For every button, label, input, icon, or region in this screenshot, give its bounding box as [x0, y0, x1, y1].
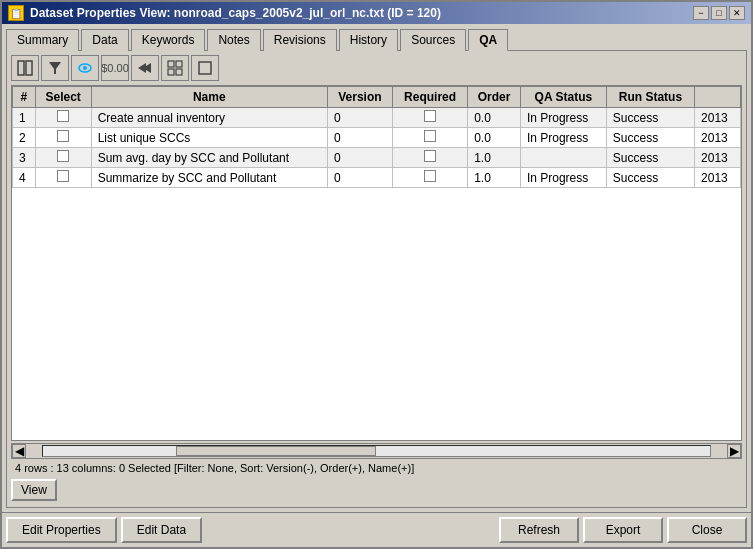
cell-qa-status: In Progress — [520, 128, 606, 148]
cell-num: 1 — [13, 108, 36, 128]
svg-rect-11 — [199, 62, 211, 74]
tab-content-qa: $0.00 — [6, 50, 747, 508]
cell-year: 2013 — [695, 148, 741, 168]
cell-run-status: Success — [606, 128, 694, 148]
svg-rect-9 — [168, 69, 174, 75]
col-header-version[interactable]: Version — [327, 87, 392, 108]
cell-required[interactable] — [393, 168, 468, 188]
cell-qa-status: In Progress — [520, 168, 606, 188]
tab-bar: Summary Data Keywords Notes Revisions Hi… — [6, 28, 747, 50]
select-all-icon[interactable] — [191, 55, 219, 81]
cell-required[interactable] — [393, 148, 468, 168]
status-bar: 4 rows : 13 columns: 0 Selected [Filter:… — [11, 459, 742, 477]
table-row: 1 Create annual inventory 0 0.0 In Progr… — [13, 108, 741, 128]
col-header-name[interactable]: Name — [91, 87, 327, 108]
cell-required[interactable] — [393, 128, 468, 148]
dollar-icon[interactable]: $0.00 — [101, 55, 129, 81]
table-row: 3 Sum avg. day by SCC and Pollutant 0 1.… — [13, 148, 741, 168]
window-title: Dataset Properties View: nonroad_caps_20… — [30, 6, 441, 20]
cell-year: 2013 — [695, 168, 741, 188]
table-row: 2 List unique SCCs 0 0.0 In Progress Suc… — [13, 128, 741, 148]
cell-order: 1.0 — [468, 148, 521, 168]
cell-select[interactable] — [35, 108, 91, 128]
title-bar: 📋 Dataset Properties View: nonroad_caps_… — [2, 2, 751, 24]
bottom-bar: Edit Properties Edit Data Refresh Export… — [2, 512, 751, 547]
tab-history[interactable]: History — [339, 29, 398, 51]
table-row: 4 Summarize by SCC and Pollutant 0 1.0 I… — [13, 168, 741, 188]
cell-name: Sum avg. day by SCC and Pollutant — [91, 148, 327, 168]
filter-icon[interactable] — [41, 55, 69, 81]
tab-qa[interactable]: QA — [468, 29, 508, 51]
svg-rect-8 — [176, 61, 182, 67]
scroll-track — [42, 445, 711, 457]
edit-data-button[interactable]: Edit Data — [121, 517, 202, 543]
close-button[interactable]: ✕ — [729, 6, 745, 20]
view-btn-row: View — [11, 477, 742, 503]
col-header-order[interactable]: Order — [468, 87, 521, 108]
close-button[interactable]: Close — [667, 517, 747, 543]
horizontal-scrollbar[interactable]: ◀ ▶ — [11, 443, 742, 459]
col-header-required[interactable]: Required — [393, 87, 468, 108]
cell-version: 0 — [327, 168, 392, 188]
col-header-num[interactable]: # — [13, 87, 36, 108]
edit-properties-button[interactable]: Edit Properties — [6, 517, 117, 543]
cell-run-status: Success — [606, 168, 694, 188]
minimize-button[interactable]: − — [693, 6, 709, 20]
cell-run-status: Success — [606, 148, 694, 168]
svg-rect-0 — [18, 61, 24, 75]
cell-num: 2 — [13, 128, 36, 148]
cell-name: Summarize by SCC and Pollutant — [91, 168, 327, 188]
scroll-left-button[interactable]: ◀ — [12, 444, 26, 458]
cell-qa-status: In Progress — [520, 108, 606, 128]
refresh-button[interactable]: Refresh — [499, 517, 579, 543]
svg-marker-2 — [49, 62, 61, 74]
svg-rect-7 — [168, 61, 174, 67]
cell-select[interactable] — [35, 168, 91, 188]
tab-summary[interactable]: Summary — [6, 29, 79, 51]
tab-sources[interactable]: Sources — [400, 29, 466, 51]
cell-num: 3 — [13, 148, 36, 168]
tab-revisions[interactable]: Revisions — [263, 29, 337, 51]
qa-table: # Select Name Version Required Order QA … — [11, 85, 742, 441]
grid-icon[interactable] — [161, 55, 189, 81]
cell-version: 0 — [327, 148, 392, 168]
eye-icon[interactable] — [71, 55, 99, 81]
svg-marker-6 — [138, 63, 146, 73]
svg-point-4 — [83, 66, 87, 70]
cell-qa-status — [520, 148, 606, 168]
svg-rect-1 — [26, 61, 32, 75]
cell-num: 4 — [13, 168, 36, 188]
cell-select[interactable] — [35, 128, 91, 148]
toolbar: $0.00 — [11, 55, 742, 81]
export-button[interactable]: Export — [583, 517, 663, 543]
cell-select[interactable] — [35, 148, 91, 168]
scroll-thumb[interactable] — [176, 446, 376, 456]
cell-name: Create annual inventory — [91, 108, 327, 128]
cell-run-status: Success — [606, 108, 694, 128]
col-header-select[interactable]: Select — [35, 87, 91, 108]
scroll-right-button[interactable]: ▶ — [727, 444, 741, 458]
cell-order: 0.0 — [468, 108, 521, 128]
app-icon: 📋 — [8, 5, 24, 21]
view-button[interactable]: View — [11, 479, 57, 501]
col-header-qa-status[interactable]: QA Status — [520, 87, 606, 108]
cell-order: 0.0 — [468, 128, 521, 148]
cell-required[interactable] — [393, 108, 468, 128]
tab-notes[interactable]: Notes — [207, 29, 260, 51]
status-text: 4 rows : 13 columns: 0 Selected [Filter:… — [15, 462, 414, 474]
main-window: 📋 Dataset Properties View: nonroad_caps_… — [0, 0, 753, 549]
cell-version: 0 — [327, 108, 392, 128]
cell-version: 0 — [327, 128, 392, 148]
svg-rect-10 — [176, 69, 182, 75]
tab-keywords[interactable]: Keywords — [131, 29, 206, 51]
cell-name: List unique SCCs — [91, 128, 327, 148]
maximize-button[interactable]: □ — [711, 6, 727, 20]
col-header-run-status[interactable]: Run Status — [606, 87, 694, 108]
cell-order: 1.0 — [468, 168, 521, 188]
cell-year: 2013 — [695, 128, 741, 148]
column-icon[interactable] — [11, 55, 39, 81]
tab-data[interactable]: Data — [81, 29, 128, 51]
col-header-year[interactable] — [695, 87, 741, 108]
back-icon[interactable] — [131, 55, 159, 81]
cell-year: 2013 — [695, 108, 741, 128]
